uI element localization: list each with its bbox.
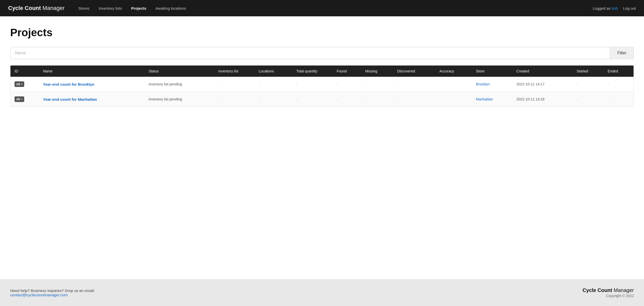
nav-logged-as-text: Logged as bob xyxy=(593,6,618,10)
col-header-total-quantity: Total quantity xyxy=(293,66,333,77)
col-header-inventory-list: Inventory list xyxy=(215,66,255,77)
cell-locations-1: - xyxy=(256,77,293,92)
cell-created-1: 2022-10-11 14:17 xyxy=(513,77,574,92)
cell-ended-2: - xyxy=(605,92,634,107)
filter-button[interactable]: Filter xyxy=(610,47,634,59)
name-filter-input[interactable] xyxy=(10,47,610,59)
nav-link-projects[interactable]: Projects xyxy=(127,4,150,12)
nav-right: Logged as bob Log out xyxy=(593,6,636,10)
cell-started-2: - xyxy=(574,92,605,107)
nav-logout-button[interactable]: Log out xyxy=(623,6,636,10)
footer-left: Need help? Business inquiries? Drop us a… xyxy=(10,288,95,297)
col-header-locations: Locations xyxy=(256,66,293,77)
nav-link-stores[interactable]: Stores xyxy=(75,4,93,12)
col-header-id: ID xyxy=(10,66,40,77)
cell-name-1: Year-end count for Brooklyn xyxy=(40,77,145,92)
col-header-store: Store xyxy=(473,66,513,77)
store-link-brooklyn[interactable]: Brooklyn xyxy=(476,82,490,86)
project-link-1[interactable]: Year-end count for Brooklyn xyxy=(43,82,94,86)
cell-created-2: 2022-10-11 14:16 xyxy=(513,92,574,107)
avatar-chevron-icon: ▾ xyxy=(21,83,22,85)
cell-locations-2: - xyxy=(256,92,293,107)
cell-found-1: - xyxy=(333,77,362,92)
footer-right: Cycle Count Manager Copyright © 2022 xyxy=(583,287,634,298)
filter-row: Filter xyxy=(10,47,634,59)
projects-table-container: ID Name Status Inventory list Locations … xyxy=(10,65,634,107)
table-row: nd ▾ Year-end count for Brooklyn invento… xyxy=(10,77,634,92)
footer: Need help? Business inquiries? Drop us a… xyxy=(0,279,644,306)
cell-store-1: Brooklyn xyxy=(473,77,513,92)
cell-discovered-1: - xyxy=(394,77,436,92)
col-header-name: Name xyxy=(40,66,145,77)
col-header-status: Status xyxy=(146,66,215,77)
avatar-badge-1[interactable]: nd ▾ xyxy=(15,81,24,87)
nav-link-inventory-lists[interactable]: Inventory lists xyxy=(95,4,126,12)
table-header: ID Name Status Inventory list Locations … xyxy=(10,66,634,77)
avatar-chevron-icon: ▾ xyxy=(21,98,22,100)
nav-links: Stores Inventory lists Projects Awaiting… xyxy=(75,4,593,12)
cell-name-2: Year-end count for Manhattan xyxy=(40,92,145,107)
navbar: Cycle Count Manager Stores Inventory lis… xyxy=(0,0,644,16)
projects-table: ID Name Status Inventory list Locations … xyxy=(10,66,634,107)
col-header-discovered: Discovered xyxy=(394,66,436,77)
cell-accuracy-1: - xyxy=(436,77,473,92)
cell-ended-1: - xyxy=(605,77,634,92)
cell-store-2: Manhattan xyxy=(473,92,513,107)
cell-found-2: - xyxy=(333,92,362,107)
cell-accuracy-2: - xyxy=(436,92,473,107)
footer-email-link[interactable]: contact@cyclecountmanager.com xyxy=(10,293,68,297)
table-body: nd ▾ Year-end count for Brooklyn invento… xyxy=(10,77,634,107)
footer-copyright: Copyright © 2022 xyxy=(583,294,634,298)
col-header-missing: Missing xyxy=(362,66,394,77)
cell-status-2: inventory list pending xyxy=(146,92,215,107)
cell-total-quantity-2: - xyxy=(293,92,333,107)
avatar-badge-2[interactable]: ob ▾ xyxy=(15,96,24,102)
nav-brand: Cycle Count Manager xyxy=(8,5,65,11)
col-header-accuracy: Accuracy xyxy=(436,66,473,77)
col-header-found: Found xyxy=(333,66,362,77)
main-content: Projects Filter ID Name Status Inventory… xyxy=(0,16,644,279)
cell-missing-1: - xyxy=(362,77,394,92)
cell-avatar-1: nd ▾ xyxy=(10,77,40,92)
col-header-created: Created xyxy=(513,66,574,77)
page-title: Projects xyxy=(10,27,634,39)
cell-discovered-2: - xyxy=(394,92,436,107)
cell-status-1: inventory list pending xyxy=(146,77,215,92)
col-header-started: Started xyxy=(574,66,605,77)
nav-username: bob xyxy=(612,6,618,10)
cell-inventory-list-1: - xyxy=(215,77,255,92)
cell-missing-2: - xyxy=(362,92,394,107)
project-link-2[interactable]: Year-end count for Manhattan xyxy=(43,97,97,101)
store-link-manhattan[interactable]: Manhattan xyxy=(476,97,493,101)
nav-link-awaiting-locations[interactable]: Awaiting locations xyxy=(152,4,190,12)
cell-inventory-list-2: - xyxy=(215,92,255,107)
cell-started-1: - xyxy=(574,77,605,92)
col-header-ended: Ended xyxy=(605,66,634,77)
table-row: ob ▾ Year-end count for Manhattan invent… xyxy=(10,92,634,107)
cell-total-quantity-1: - xyxy=(293,77,333,92)
cell-avatar-2: ob ▾ xyxy=(10,92,40,107)
footer-help-text: Need help? Business inquiries? Drop us a… xyxy=(10,288,95,293)
footer-brand: Cycle Count Manager xyxy=(583,287,634,293)
